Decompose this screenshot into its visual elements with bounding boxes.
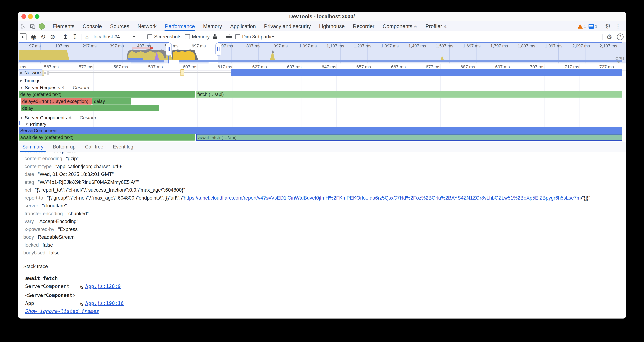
- primary-group-header[interactable]: ▼ Primary: [25, 121, 46, 127]
- overview-time-label: 1,997 ms: [545, 44, 562, 49]
- server-request-bar-fetch-api[interactable]: fetch (…/api): [196, 91, 622, 98]
- source-link[interactable]: App.js:128:9: [85, 283, 121, 290]
- timings-track-label: Timings: [24, 78, 40, 83]
- home-icon[interactable]: ⌂: [85, 34, 89, 40]
- history-select[interactable]: localhost #4: [94, 34, 120, 40]
- server-components-track-header[interactable]: ▼ Server Components ⚛ — Custom: [20, 115, 96, 121]
- issues-count: 1: [595, 24, 598, 29]
- ruler-tick: 707 ms: [530, 64, 544, 70]
- tab-event-log[interactable]: Event log: [108, 142, 138, 152]
- tab-profiler[interactable]: Profiler⚛: [421, 22, 451, 31]
- server-component-bar[interactable]: ServerComponent: [19, 127, 622, 134]
- expanded-arrow-icon[interactable]: ▼: [20, 86, 23, 90]
- shortcuts-dialog-icon[interactable]: [226, 33, 232, 40]
- network-request-bar[interactable]: [180, 69, 184, 76]
- network-track-header[interactable]: ▶ Network: [19, 69, 42, 76]
- help-icon[interactable]: ?: [617, 34, 624, 40]
- extension-icon[interactable]: [38, 23, 45, 30]
- tab-components[interactable]: Components⚛: [378, 22, 421, 31]
- server-requests-track-header[interactable]: ▼ Server Requests ⚛ — Custom: [20, 85, 89, 91]
- server-components-track-label: Server Components: [25, 115, 67, 120]
- overview-time-label: 1,497 ms: [408, 44, 426, 49]
- network-track[interactable]: ▶ Network: [18, 69, 626, 76]
- ruler-tick: 667 ms: [391, 64, 406, 70]
- report-to-link[interactable]: https://a.nel.cloudflare.com/report/v4?s…: [184, 195, 580, 201]
- network-track-handle[interactable]: [47, 71, 49, 75]
- overview-time-label: 1,197 ms: [326, 44, 344, 49]
- warning-icon[interactable]: [578, 24, 583, 29]
- summary-pane[interactable]: connection"keep-alive" content-encoding"…: [18, 152, 626, 318]
- ruler-tick: 657 ms: [356, 64, 371, 70]
- panel-settings-gear-icon[interactable]: ⚙: [606, 33, 612, 41]
- property-row: lockedfalse: [24, 242, 622, 249]
- tab-console[interactable]: Console: [78, 22, 106, 31]
- await-fetch-bar-selected[interactable]: await fetch (…/api): [196, 134, 622, 141]
- source-link[interactable]: App.js:190:16: [85, 300, 124, 307]
- server-requests-track-label: Server Requests: [25, 85, 60, 90]
- tab-network[interactable]: Network: [134, 22, 161, 31]
- property-row: content-type"application/json; charset=u…: [24, 163, 622, 170]
- tab-recorder[interactable]: Recorder: [349, 22, 378, 31]
- download-profile-icon[interactable]: ↧: [72, 33, 78, 40]
- record-live-metrics-icon[interactable]: ▸: [20, 34, 26, 40]
- tab-application[interactable]: Application: [226, 22, 260, 31]
- server-request-bar-delay-deferred[interactable]: delay (deferred text): [19, 91, 195, 98]
- overview-time-label: 1,697 ms: [463, 44, 480, 49]
- property-row: etag"W/\"4b1-RjEJloX9kRinu6F0MAZMmy6E5iA…: [24, 179, 622, 186]
- tab-privacy-security[interactable]: Privacy and security: [260, 22, 315, 31]
- network-request-bar[interactable]: [231, 69, 622, 76]
- clear-icon[interactable]: ⊘: [50, 33, 55, 40]
- ruler-unit: ms: [20, 64, 26, 70]
- ruler-tick: 587 ms: [114, 64, 128, 70]
- property-row: connection"keep-alive": [24, 152, 622, 154]
- memory-checkbox[interactable]: [185, 34, 190, 39]
- tab-lighthouse[interactable]: Lighthouse: [315, 22, 349, 31]
- tab-bottom-up[interactable]: Bottom-up: [48, 142, 80, 152]
- server-request-bar-delayed-error[interactable]: delayedError (…ayed exception): [20, 98, 92, 105]
- inspect-element-icon[interactable]: [20, 23, 27, 30]
- react-icon: ⚛: [61, 85, 65, 90]
- react-icon: ⚛: [68, 115, 72, 120]
- await-delay-bar[interactable]: await delay (deferred text): [19, 134, 195, 141]
- device-toolbar-icon[interactable]: [29, 23, 36, 30]
- custom-track-suffix: — Custom: [74, 115, 96, 120]
- screenshots-checkbox[interactable]: [147, 34, 152, 39]
- ruler-tick: 597 ms: [148, 64, 163, 70]
- timeline-overview[interactable]: 97 ms 197 ms 297 ms 397 ms 497 ms 597 ms…: [18, 42, 626, 64]
- expanded-arrow-icon[interactable]: ▼: [25, 122, 28, 126]
- server-request-bar-delay[interactable]: delay: [92, 98, 131, 105]
- collapsed-arrow-icon[interactable]: ▶: [20, 79, 22, 83]
- tab-summary[interactable]: Summary: [18, 142, 48, 152]
- overview-top-strip: [218, 42, 622, 43]
- divider: [47, 23, 47, 30]
- tab-performance[interactable]: Performance: [161, 22, 199, 31]
- show-ignore-listed-frames-link[interactable]: Show ignore-listed frames: [25, 307, 99, 314]
- upload-profile-icon[interactable]: ↥: [63, 33, 68, 40]
- expanded-arrow-icon[interactable]: ▼: [20, 116, 23, 120]
- selection-left-handle[interactable]: [166, 43, 172, 56]
- issues-icon[interactable]: [588, 24, 594, 29]
- server-request-bar-delay[interactable]: delay: [20, 105, 159, 111]
- record-icon[interactable]: ◉: [31, 33, 36, 40]
- collect-garbage-icon[interactable]: [212, 34, 217, 40]
- dim-3rd-parties-checkbox[interactable]: [235, 34, 240, 39]
- property-row: server"cloudflare": [24, 202, 622, 209]
- settings-gear-icon[interactable]: ⚙: [605, 23, 611, 30]
- property-row: content-encoding"gzip": [24, 155, 622, 162]
- devtools-tab-bar: Elements Console Sources Network Perform…: [18, 22, 626, 32]
- record-and-reload-icon[interactable]: ↻: [40, 33, 46, 40]
- cpu-activity-shape: [128, 58, 143, 60]
- overview-time-label: 697 ms: [192, 44, 206, 49]
- tab-memory[interactable]: Memory: [199, 22, 226, 31]
- collapsed-arrow-icon[interactable]: ▶: [20, 71, 23, 75]
- overview-time-label: 1,397 ms: [381, 44, 398, 49]
- timings-track[interactable]: ▶ Timings: [20, 77, 40, 84]
- property-row-report-to: report-to"{\"group\":\"cf-nel\",\"max_ag…: [24, 194, 622, 201]
- property-row: date"Wed, 01 Oct 2025 18:32:01 GMT": [24, 171, 622, 178]
- selection-right-handle[interactable]: [215, 43, 222, 56]
- ruler-tick: 717 ms: [564, 64, 579, 70]
- tab-sources[interactable]: Sources: [106, 22, 134, 31]
- tab-call-tree[interactable]: Call tree: [80, 142, 108, 152]
- tab-elements[interactable]: Elements: [48, 22, 78, 31]
- kebab-menu-icon[interactable]: ⋮: [615, 23, 621, 30]
